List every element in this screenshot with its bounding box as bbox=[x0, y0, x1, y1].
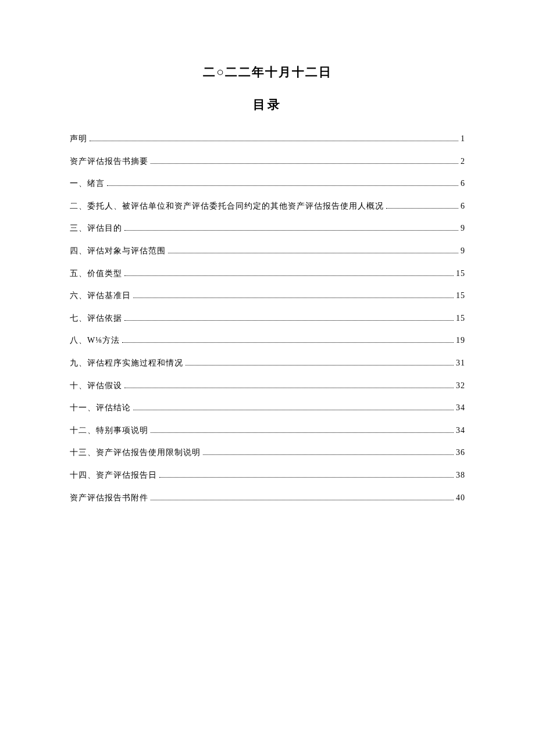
toc-list: 声明 1 资产评估报告书摘要 2 一、绪言 6 二、委托人、被评估单位和资产评估… bbox=[70, 133, 465, 503]
toc-dots bbox=[133, 410, 454, 410]
toc-item: 二、委托人、被评估单位和资产评估委托合同约定的其他资产评估报告使用人概况 6 bbox=[70, 200, 465, 212]
toc-item-page: 2 bbox=[461, 156, 465, 167]
toc-item: 资产评估报告书摘要 2 bbox=[70, 156, 465, 167]
toc-item-label: 三、评估目的 bbox=[70, 223, 122, 234]
toc-item: 九、评估程序实施过程和情况 31 bbox=[70, 357, 465, 369]
toc-dots bbox=[151, 432, 454, 433]
toc-item-page: 19 bbox=[456, 335, 465, 346]
toc-item-page: 34 bbox=[456, 402, 465, 414]
toc-item: 三、评估目的 9 bbox=[70, 223, 465, 234]
toc-dots bbox=[186, 365, 454, 366]
toc-item: 声明 1 bbox=[70, 133, 465, 145]
toc-item: 八、W⅛方法 19 bbox=[70, 335, 465, 346]
toc-item-label: 十四、资产评估报告日 bbox=[70, 470, 157, 481]
toc-dots bbox=[133, 298, 454, 298]
toc-item-page: 38 bbox=[456, 470, 465, 481]
toc-item-page: 9 bbox=[461, 245, 465, 257]
toc-item: 十三、资产评估报告使用限制说明 36 bbox=[70, 447, 465, 458]
toc-item-label: 十二、特别事项说明 bbox=[70, 425, 148, 436]
toc-dots bbox=[159, 477, 454, 478]
toc-item-label: 资产评估报告书附件 bbox=[70, 492, 148, 504]
toc-item-label: 十、评估假设 bbox=[70, 380, 122, 392]
toc-dots bbox=[151, 500, 454, 500]
toc-item-page: 32 bbox=[456, 380, 465, 392]
toc-dots bbox=[107, 185, 458, 186]
toc-dots bbox=[151, 163, 458, 164]
toc-item-label: 十一、评估结论 bbox=[70, 402, 131, 414]
toc-item-page: 15 bbox=[456, 268, 465, 280]
toc-item-label: 七、评估依据 bbox=[70, 313, 122, 324]
toc-item: 六、评估基准日 15 bbox=[70, 290, 465, 302]
toc-dots bbox=[124, 320, 454, 321]
toc-item-page: 36 bbox=[456, 447, 465, 458]
toc-item-label: 资产评估报告书摘要 bbox=[70, 156, 148, 167]
toc-item-label: 八、W⅛方法 bbox=[70, 335, 120, 346]
toc-item-page: 31 bbox=[456, 357, 465, 369]
toc-dots bbox=[168, 253, 458, 253]
toc-item: 四、评估对象与评估范围 9 bbox=[70, 245, 465, 257]
toc-dots bbox=[90, 141, 458, 141]
toc-item: 十、评估假设 32 bbox=[70, 380, 465, 392]
toc-title: 目录 bbox=[70, 96, 465, 113]
toc-item-label: 一、绪言 bbox=[70, 178, 105, 189]
toc-item-label: 九、评估程序实施过程和情况 bbox=[70, 357, 183, 369]
toc-dots bbox=[386, 208, 458, 209]
toc-item-label: 四、评估对象与评估范围 bbox=[70, 245, 166, 257]
toc-item-label: 二、委托人、被评估单位和资产评估委托合同约定的其他资产评估报告使用人概况 bbox=[70, 200, 384, 212]
toc-item: 十二、特别事项说明 34 bbox=[70, 425, 465, 436]
toc-item-page: 34 bbox=[456, 425, 465, 436]
date-line: 二○二二年十月十二日 bbox=[70, 64, 465, 80]
toc-item-page: 40 bbox=[456, 492, 465, 504]
toc-item: 资产评估报告书附件 40 bbox=[70, 492, 465, 504]
toc-item-page: 1 bbox=[461, 133, 465, 145]
toc-dots bbox=[203, 454, 454, 455]
toc-dots bbox=[124, 275, 454, 276]
toc-item-page: 6 bbox=[461, 200, 465, 212]
toc-item-label: 六、评估基准日 bbox=[70, 290, 131, 302]
toc-item-page: 6 bbox=[461, 178, 465, 189]
toc-item-page: 9 bbox=[461, 223, 465, 234]
toc-item: 五、价值类型 15 bbox=[70, 268, 465, 280]
toc-item: 七、评估依据 15 bbox=[70, 313, 465, 324]
toc-item-page: 15 bbox=[456, 290, 465, 302]
toc-dots bbox=[124, 388, 454, 388]
toc-item: 十四、资产评估报告日 38 bbox=[70, 470, 465, 481]
toc-item-label: 五、价值类型 bbox=[70, 268, 122, 280]
toc-dots bbox=[122, 342, 454, 343]
toc-item: 一、绪言 6 bbox=[70, 178, 465, 189]
toc-dots bbox=[124, 230, 458, 231]
toc-item: 十一、评估结论 34 bbox=[70, 402, 465, 414]
toc-item-page: 15 bbox=[456, 313, 465, 324]
toc-item-label: 声明 bbox=[70, 133, 87, 145]
toc-item-label: 十三、资产评估报告使用限制说明 bbox=[70, 447, 201, 458]
